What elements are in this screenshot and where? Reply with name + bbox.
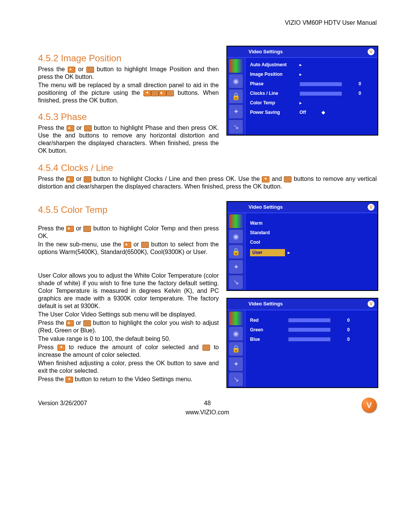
tv-icon: [229, 311, 243, 326]
tv-icon: [229, 214, 243, 228]
heading-phase: 4.5.3 Phase: [38, 111, 219, 123]
lock-icon: 🔒: [229, 244, 243, 259]
osd-row-warm: Warm: [250, 219, 373, 228]
para-455-9: Press the button to return to the Video …: [38, 375, 219, 383]
osd-row-auto-adjustment: Auto Adjustment▸: [250, 60, 373, 70]
tv-icon: [229, 59, 243, 73]
heading-clocks-line: 4.5.4 Clocks / Line: [38, 162, 377, 174]
osd-row-cool: Cool: [250, 238, 373, 247]
osd-user-color: Video Settings V ◉ 🔒 ✦ ↘ Red0 Green0 Blu…: [226, 298, 378, 388]
puzzle-icon: ✦: [229, 357, 243, 371]
up-arrow-icon: [124, 242, 131, 248]
para-455-4: The User Color Video Settings sub menu w…: [38, 311, 219, 318]
puzzle-icon: ✦: [229, 260, 243, 274]
osd-row-clocks-line: Clocks / Line0: [250, 89, 373, 98]
osd1-title: Video Settings: [249, 49, 283, 54]
down-pattern-icon: [141, 242, 149, 248]
up-arrow-icon: [66, 226, 74, 232]
osd-video-settings-1: Video Settings V ◉ 🔒 ✦ ↘ Auto Adjustment…: [226, 46, 378, 136]
osd-row-user: User ▸: [250, 247, 373, 258]
left-arrow-icon: [57, 345, 65, 351]
wrench-icon: ↘: [229, 120, 243, 134]
vizio-logo-icon: V: [368, 48, 374, 55]
up-arrow-icon: [66, 320, 74, 326]
osd-row-blue: Blue0: [250, 335, 373, 344]
lock-icon: 🔒: [229, 342, 243, 356]
para-455-7: Press to reduce the amount of color sele…: [38, 343, 219, 359]
left-arrow-icon: [143, 90, 151, 96]
left-arrow-icon: [262, 176, 269, 182]
speaker-icon: ◉: [229, 229, 243, 244]
osd-row-image-position: Image Position▸: [250, 70, 373, 79]
down-pattern-icon: [84, 176, 91, 182]
para-455-6: The value range is 0 to 100, the default…: [38, 335, 219, 343]
pattern-icon: [151, 90, 159, 96]
osd-row-power-saving: Power SavingOff◆: [250, 108, 373, 117]
pattern-icon: [166, 90, 174, 96]
para-455-1: Press the or button to highlight Color T…: [38, 225, 219, 240]
footer-page: 48: [204, 399, 211, 407]
osd2-title: Video Settings: [249, 204, 283, 210]
footer-url: www.VIZIO.com: [38, 409, 377, 416]
right-pattern-icon: [284, 176, 292, 182]
osd-icon-strip: ◉ 🔒 ✦ ↘: [227, 213, 245, 290]
osd-icon-strip: ◉ 🔒 ✦ ↘: [227, 58, 245, 135]
osd-row-red: Red0: [250, 316, 373, 325]
up-arrow-icon: [66, 176, 74, 182]
vizio-logo-icon: V: [368, 300, 374, 307]
para-455-5: Press the or button to highlight the col…: [38, 319, 219, 334]
osd-row-phase: Phase0: [250, 79, 373, 89]
down-pattern-icon: [83, 320, 91, 326]
osd-row-standard: Standard: [250, 228, 373, 238]
up-arrow-icon: [159, 90, 166, 96]
footer-version: Version 3/26/2007: [38, 400, 87, 406]
left-arrow-icon: [65, 377, 73, 383]
wrench-icon: ↘: [229, 372, 243, 387]
heading-color-temp: 4.5.5 Color Temp: [38, 204, 219, 216]
down-pattern-icon: [86, 67, 94, 73]
para-454-1: Press the or button to highlight Clocks …: [38, 175, 377, 190]
wrench-icon: ↘: [229, 275, 243, 289]
osd-color-temp: Video Settings V ◉ 🔒 ✦ ↘ Warm Standard C…: [226, 201, 378, 291]
osd-icon-strip: ◉ 🔒 ✦ ↘: [227, 310, 245, 387]
osd3-title: Video Settings: [249, 301, 283, 307]
down-pattern-icon: [84, 125, 92, 131]
heading-image-position: 4.5.2 Image Position: [38, 53, 219, 64]
puzzle-icon: ✦: [229, 104, 243, 119]
lock-icon: 🔒: [229, 89, 243, 104]
vizio-footer-logo-icon: V: [362, 398, 377, 413]
para-455-8: When finished adjusting a color, press t…: [38, 359, 219, 375]
up-arrow-icon: [67, 125, 74, 131]
para-453-1: Press the or button to highlight Phase a…: [38, 124, 219, 155]
up-arrow-icon: [68, 67, 75, 73]
vizio-logo-icon: V: [368, 204, 374, 211]
speaker-icon: ◉: [229, 74, 243, 88]
osd-row-color-temp: Color Temp▸: [250, 98, 373, 108]
speaker-icon: ◉: [229, 326, 243, 341]
down-pattern-icon: [83, 226, 91, 232]
right-pattern-icon: [202, 345, 210, 351]
header-title: VIZIO VM60P HDTV User Manual: [38, 19, 377, 27]
osd-row-green: Green0: [250, 325, 373, 335]
para-452-1: Press the or button to highlight Image P…: [38, 66, 219, 81]
para-455-2: In the new sub-menu, use the or button t…: [38, 241, 219, 256]
para-455-3: User Color allows you to adjust the Whit…: [38, 272, 219, 310]
footer: Version 3/26/2007 48 www.VIZIO.com V: [38, 399, 377, 416]
para-452-2: The menu will be replaced by a small dir…: [38, 81, 219, 104]
